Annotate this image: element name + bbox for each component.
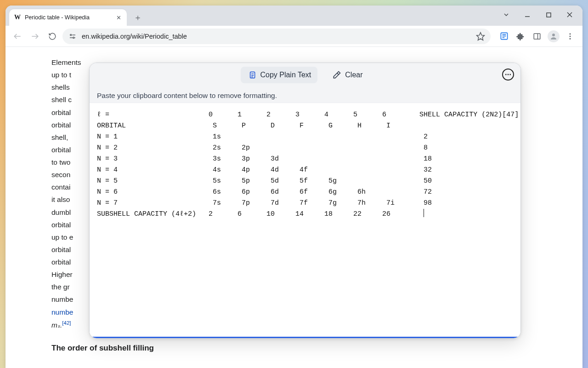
reload-icon[interactable] bbox=[45, 29, 60, 44]
svg-rect-1 bbox=[547, 13, 551, 17]
svg-point-6 bbox=[70, 34, 72, 35]
browser-window: W Periodic table - Wikipedia ✕ ＋ bbox=[6, 6, 582, 368]
svg-point-20 bbox=[570, 35, 571, 37]
browser-toolbar: en.wikipedia.org/wiki/Periodic_table bbox=[6, 26, 582, 47]
svg-rect-16 bbox=[534, 34, 540, 39]
svg-point-21 bbox=[570, 38, 571, 39]
panel-toolbar: Copy Plain Text Clear ⋯ bbox=[90, 63, 520, 87]
clear-button[interactable]: Clear bbox=[326, 67, 369, 83]
browser-tab[interactable]: W Periodic table - Wikipedia ✕ bbox=[9, 9, 127, 26]
new-tab-button[interactable]: ＋ bbox=[131, 11, 144, 24]
bookmark-star-icon[interactable] bbox=[476, 32, 485, 41]
address-bar[interactable]: en.wikipedia.org/wiki/Periodic_table bbox=[62, 29, 491, 44]
clipboard-panel: Copy Plain Text Clear ⋯ Paste your clipb… bbox=[89, 63, 521, 339]
copy-label: Copy Plain Text bbox=[260, 71, 311, 79]
copy-icon bbox=[247, 70, 256, 80]
eraser-icon bbox=[332, 70, 341, 80]
close-window-icon[interactable] bbox=[560, 7, 580, 22]
panel-more-icon[interactable]: ⋯ bbox=[502, 69, 514, 80]
svg-point-8 bbox=[73, 37, 74, 38]
maximize-icon[interactable] bbox=[538, 7, 559, 22]
tab-strip: W Periodic table - Wikipedia ✕ ＋ bbox=[6, 6, 582, 26]
sidepanel-icon[interactable] bbox=[529, 29, 545, 44]
svg-line-26 bbox=[337, 73, 339, 75]
toolbar-right-icons bbox=[496, 29, 578, 44]
tab-search-icon[interactable] bbox=[496, 7, 516, 22]
kebab-menu-icon[interactable] bbox=[562, 29, 578, 44]
back-icon[interactable] bbox=[10, 29, 25, 44]
svg-point-18 bbox=[552, 34, 555, 36]
panel-subtitle: Paste your clipboard content below to re… bbox=[90, 87, 520, 103]
close-tab-icon[interactable]: ✕ bbox=[115, 14, 122, 21]
forward-icon[interactable] bbox=[28, 29, 42, 44]
window-controls bbox=[496, 7, 580, 22]
clipboard-editor[interactable]: ℓ = 0 1 2 3 4 5 6 SHELL CAPACITY (2N2)[4… bbox=[90, 103, 520, 338]
profile-avatar[interactable] bbox=[546, 29, 561, 44]
text-cursor bbox=[424, 209, 424, 217]
copy-plain-text-button[interactable]: Copy Plain Text bbox=[241, 67, 317, 83]
site-info-icon[interactable] bbox=[68, 32, 77, 41]
extensions-icon[interactable] bbox=[513, 29, 528, 44]
article-heading: The order of subshell filling bbox=[51, 341, 465, 357]
clear-label: Clear bbox=[345, 71, 362, 79]
minimize-icon[interactable] bbox=[517, 7, 537, 22]
svg-marker-11 bbox=[477, 32, 485, 40]
extension-box-icon[interactable] bbox=[496, 29, 512, 44]
quantum-number-link[interactable]: numbe bbox=[51, 308, 73, 316]
url-text: en.wikipedia.org/wiki/Periodic_table bbox=[82, 33, 187, 40]
svg-point-19 bbox=[570, 33, 571, 34]
wikipedia-favicon: W bbox=[14, 14, 21, 21]
tab-title: Periodic table - Wikipedia bbox=[25, 14, 111, 21]
